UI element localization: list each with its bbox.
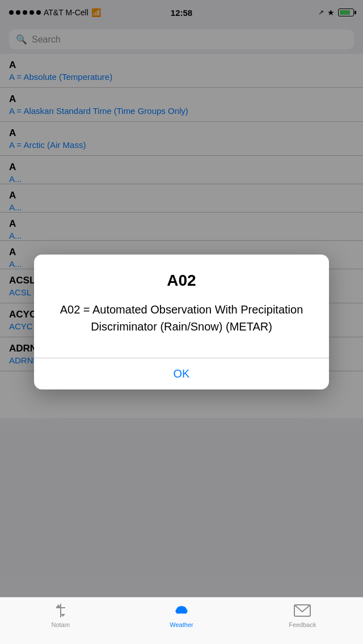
svg-rect-0 — [60, 604, 61, 617]
tab-label-feedback: Feedback — [289, 621, 316, 628]
modal-dialog: A02 A02 = Automated Observation With Pre… — [34, 255, 329, 389]
svg-marker-3 — [61, 614, 65, 617]
tab-item-weather[interactable]: Weather — [121, 602, 242, 628]
tab-item-feedback[interactable]: Feedback — [242, 602, 363, 628]
weather-icon — [173, 602, 190, 619]
modal-title: A02 — [51, 272, 312, 290]
tab-bar: Notam Weather Feedback — [0, 597, 363, 644]
tab-label-weather: Weather — [170, 621, 193, 628]
svg-marker-8 — [179, 613, 183, 618]
tab-label-notam: Notam — [51, 621, 69, 628]
modal-body: A02 = Automated Observation With Precipi… — [51, 301, 312, 335]
overlay-backdrop: A02 A02 = Automated Observation With Pre… — [0, 0, 363, 644]
tab-item-notam[interactable]: Notam — [0, 602, 121, 628]
modal-ok-button[interactable]: OK — [34, 358, 329, 389]
notam-icon — [52, 602, 69, 619]
feedback-icon — [294, 602, 311, 619]
svg-rect-7 — [176, 611, 187, 613]
svg-marker-2 — [56, 604, 61, 607]
modal-actions: OK — [34, 358, 329, 389]
modal-content-area: A02 A02 = Automated Observation With Pre… — [34, 255, 329, 346]
svg-rect-1 — [56, 607, 65, 608]
